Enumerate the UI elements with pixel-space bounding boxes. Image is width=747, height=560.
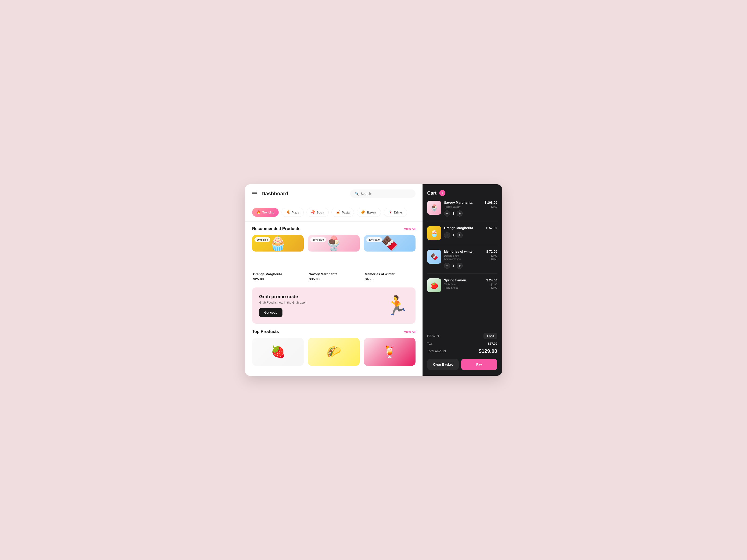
app-container: Dashboard 🔍 🔥 Trending 🍕 Pizza 🍣 Sushi 🍝 <box>245 184 502 376</box>
tax-value: $57.00 <box>488 342 497 345</box>
product-price-1: $25.00 <box>253 277 303 281</box>
cart-item-name-spring: Spring flavour <box>444 278 466 282</box>
cart-item-sub1-savory: Tripple Savory <box>444 205 461 208</box>
promo-subtitle: Grab Food is now in the Grab app ! <box>259 301 381 304</box>
cart-actions: Clear Basket Pay <box>427 359 497 370</box>
cart-item-sub1-spring: Triple Shoco <box>444 283 458 286</box>
top-product-3[interactable]: 🍹 <box>364 338 415 366</box>
category-trending-label: Trending <box>262 211 274 214</box>
product-image-orange: 🧁 20% Sale <box>252 235 304 270</box>
cart-item-details-savory: Savory Margherita $ 108.00 Tripple Savor… <box>444 201 497 216</box>
categories-bar: 🔥 Trending 🍕 Pizza 🍣 Sushi 🍝 Pasta 🥐 Bak… <box>245 203 422 222</box>
discount-label: Discount <box>427 335 439 338</box>
top-products-view-all[interactable]: View All <box>404 330 415 334</box>
product-info-3: Memories of winter $45.00 <box>364 270 415 282</box>
category-bakery-label: Bakery <box>367 211 376 214</box>
trending-emoji: 🔥 <box>257 210 261 214</box>
category-sushi-label: Sushi <box>317 211 325 214</box>
promo-illustration: 🏃 <box>385 295 409 317</box>
cart-totals: Discount + Add Tax $57.00 Total Amount $… <box>427 331 497 370</box>
qty-increase-orange[interactable]: + <box>457 232 463 238</box>
cart-item-savory: 🍨 Savory Margherita $ 108.00 Tripple Sav… <box>427 201 497 221</box>
qty-num-winter: 1 <box>453 264 454 268</box>
header: Dashboard 🔍 <box>245 184 422 203</box>
qty-decrease-winter[interactable]: − <box>444 263 450 269</box>
search-bar: 🔍 <box>350 189 415 198</box>
cart-item-img-savory: 🍨 <box>427 201 441 215</box>
product-name-3: Memories of winter <box>365 272 415 276</box>
cart-item-sub1-price-winter: $2.90 <box>491 254 497 257</box>
category-pasta[interactable]: 🍝 Pasta <box>332 208 354 217</box>
product-info-2: Savory Margherita $35.00 <box>308 270 360 282</box>
pay-button[interactable]: Pay <box>461 359 497 370</box>
cart-item-img-spring: 🍅 <box>427 278 441 292</box>
cart-header: Cart 4 <box>427 190 497 196</box>
product-image-winter: 🍫 20% Sale <box>364 235 415 270</box>
search-input[interactable] <box>361 192 411 195</box>
recommended-header: Recoomended Products View All <box>252 226 415 231</box>
recommended-products-grid: 🧁 20% Sale Orange Margherita $25.00 🍨 20… <box>252 235 415 282</box>
cart-item-qty-orange: − 1 + <box>444 232 497 238</box>
qty-decrease-savory[interactable]: − <box>444 211 450 216</box>
cart-item-sub1-price-savory: $2.50 <box>491 205 497 208</box>
top-product-2[interactable]: 🌮 <box>308 338 360 366</box>
qty-increase-savory[interactable]: + <box>457 211 463 216</box>
cart-item-winter: 🍫 Memories of winter $ 72.00 Double Snow… <box>427 250 497 274</box>
cart-item-sub2-winter: Add memories <box>444 258 461 260</box>
cart-item-name-orange: Orange Margherita <box>444 226 473 230</box>
product-card-memories-winter[interactable]: 🍫 20% Sale Memories of winter $45.00 <box>364 235 415 282</box>
cart-item-sub2-spring: Triple Shoco <box>444 286 458 289</box>
promo-banner: Grab promo code Grab Food is now in the … <box>252 288 415 324</box>
qty-increase-winter[interactable]: + <box>457 263 463 269</box>
search-icon: 🔍 <box>355 192 359 195</box>
cart-item-orange: 🧁 Orange Margherita $ 57.00 − 1 + <box>427 226 497 245</box>
sale-badge-1: 20% Sale <box>254 237 270 242</box>
product-card-savory-margherita[interactable]: 🍨 20% Sale Savory Margherita $35.00 <box>308 235 360 282</box>
cart-item-img-winter: 🍫 <box>427 250 441 264</box>
cart-item-name-savory: Savory Margherita <box>444 201 472 205</box>
category-pizza[interactable]: 🍕 Pizza <box>282 208 304 217</box>
cart-item-price-winter: $ 72.00 <box>486 250 497 254</box>
cart-title: Cart <box>427 190 437 196</box>
pizza-emoji: 🍕 <box>286 210 290 214</box>
cart-item-price-spring: $ 24.00 <box>486 278 497 282</box>
discount-add-button[interactable]: + Add <box>484 333 497 339</box>
total-amount-label: Total Amount <box>427 349 446 353</box>
qty-decrease-orange[interactable]: − <box>444 232 450 238</box>
cart-item-price-savory: $ 108.00 <box>485 201 497 205</box>
top-products-title: Top Products <box>252 329 279 334</box>
sale-badge-3: 20% Sale <box>366 237 382 242</box>
cart-item-details-spring: Spring flavour $ 24.00 Triple Shoco $2.9… <box>444 278 497 292</box>
top-product-1[interactable]: 🍓 <box>252 338 304 366</box>
category-trending[interactable]: 🔥 Trending <box>252 208 279 217</box>
drinks-emoji: 🍷 <box>388 210 393 214</box>
clear-basket-button[interactable]: Clear Basket <box>427 359 459 370</box>
product-card-orange-margherita[interactable]: 🧁 20% Sale Orange Margherita $25.00 <box>252 235 304 282</box>
main-content: Recoomended Products View All 🧁 20% Sale… <box>245 222 422 376</box>
category-pizza-label: Pizza <box>292 211 299 214</box>
category-drinks[interactable]: 🍷 Drinks <box>384 208 407 217</box>
top-product-img-1: 🍓 <box>252 338 304 366</box>
total-row: Total Amount $129.00 <box>427 348 497 354</box>
product-name-2: Savory Margherita <box>309 272 359 276</box>
cart-item-details-orange: Orange Margherita $ 57.00 − 1 + <box>444 226 497 240</box>
get-code-button[interactable]: Get code <box>259 308 282 317</box>
top-product-img-3: 🍹 <box>364 338 415 366</box>
top-products-header: Top Products View All <box>252 329 415 334</box>
discount-row: Discount + Add <box>427 333 497 339</box>
promo-text: Grab promo code Grab Food is now in the … <box>259 294 381 317</box>
cart-item-sub2-price-spring: $2.90 <box>491 286 497 289</box>
sale-badge-2: 20% Sale <box>310 237 326 242</box>
category-bakery[interactable]: 🥐 Bakery <box>357 208 381 217</box>
left-panel: Dashboard 🔍 🔥 Trending 🍕 Pizza 🍣 Sushi 🍝 <box>245 184 422 376</box>
menu-icon[interactable] <box>252 192 257 195</box>
qty-num-orange: 1 <box>453 233 454 237</box>
recommended-view-all[interactable]: View All <box>404 227 415 231</box>
cart-item-qty-savory: − 3 + <box>444 211 497 216</box>
category-drinks-label: Drinks <box>394 211 403 214</box>
category-sushi[interactable]: 🍣 Sushi <box>307 208 329 217</box>
top-products-grid: 🍓 🌮 🍹 <box>252 338 415 366</box>
cart-item-sub1-winter: Double Snow <box>444 254 459 257</box>
cart-item-img-orange: 🧁 <box>427 226 441 240</box>
page-title: Dashboard <box>261 191 345 197</box>
